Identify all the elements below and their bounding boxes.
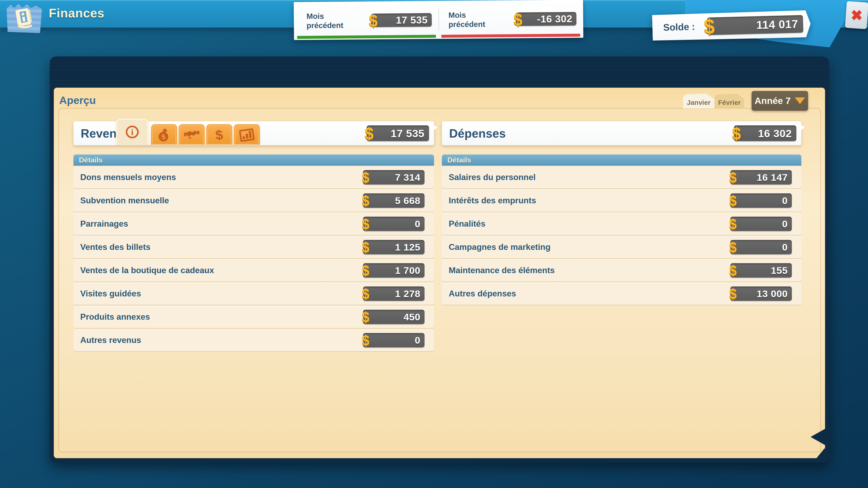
row-value: 5 668 [363,193,425,208]
balance-value: 114 017 [707,15,803,35]
bar-chart-icon [239,128,255,142]
row-label: Campagnes de marketing [449,242,729,252]
prev-month-income-label: Mois précédent [307,11,355,30]
dollar-icon: $ [729,169,737,186]
expenses-column: Dépenses $ 16 302 Détails Salaires du pe… [442,121,801,306]
row-value: 7 314 [363,170,425,185]
row-value: 0 [730,240,792,254]
dollar-icon: $ [729,262,737,279]
chevron-down-icon [795,97,805,104]
panel-title: Aperçu [59,94,96,106]
row-value: 16 147 [730,170,792,185]
dollar-icon: $ [362,216,369,232]
row-value: 1 278 [363,287,425,301]
dollar-icon: $ [729,239,737,256]
close-button[interactable]: ✖ [845,1,868,29]
revenues-column: Revenus $ 17 535 Détails Dons mensuels m… [73,121,434,352]
dollar-icon: $ [362,262,369,279]
previous-months-banner: Mois précédent $ 17 535 Mois précédent $… [293,0,583,40]
row-label: Produits annexes [80,312,362,322]
table-row: Autres dépenses $ 13 000 [442,283,801,305]
row-label: Ventes des billets [80,242,362,252]
table-row: Campagnes de marketing $ 0 [442,236,801,258]
row-value: 0 [363,333,425,348]
dollar-icon: $ [732,124,741,143]
dollar-icon: $ [369,11,378,30]
expenses-title: Dépenses [449,127,732,140]
table-row: Maintenance des éléments $ 155 [442,259,801,282]
year-dropdown[interactable]: Année 7 [752,91,808,111]
table-row: Salaires du personnel $ 16 147 [442,166,801,188]
row-value: 0 [363,217,425,231]
expenses-total: 16 302 [734,125,796,141]
revenues-total: 17 535 [367,125,429,141]
table-row: Produits annexes $ 450 [73,306,434,328]
panel-corner-notch-icon [816,448,833,458]
month-tab-janvier[interactable]: Janvier [683,94,714,108]
dollar-icon: $ [362,169,369,186]
dollar-icon: $ [729,216,737,232]
prev-month-income-value: 17 535 [371,13,432,27]
table-row: Intérêts des emprunts $ 0 [442,190,801,212]
close-icon: ✖ [851,7,863,23]
tab-charts[interactable] [234,124,260,144]
expenses-details-header: Détails [442,154,801,166]
row-label: Autres revenus [80,335,362,345]
finances-screen: Finances Mois précédent $ 17 535 Mois pr… [0,0,868,488]
row-label: Intérêts des emprunts [449,196,729,205]
row-label: Autres dépenses [449,289,729,298]
tab-finance[interactable]: $ [206,124,232,144]
dollar-icon: $ [362,239,369,256]
tab-sponsorship[interactable] [179,124,205,144]
tab-overview[interactable]: i [116,119,149,144]
page-title: Finances [49,6,104,20]
balance-label: Solde : [663,21,695,33]
revenues-details-header: Détails [73,154,434,166]
row-label: Parrainages [80,219,362,229]
year-dropdown-label: Année 7 [754,96,791,106]
dollar-icon: $ [215,127,224,143]
row-label: Maintenance des éléments [449,266,729,275]
money-bag-icon: $ [157,128,171,142]
info-icon: i [126,126,139,138]
table-row: Pénalités $ 0 [442,213,801,235]
row-value: 450 [363,310,425,324]
table-row: Autres revenus $ 0 [73,329,434,351]
dollar-icon: $ [729,192,737,209]
dollar-icon: $ [362,192,369,209]
balance-banner: Solde : $ 114 017 [652,10,811,41]
table-row: Visites guidées $ 1 278 [73,283,434,305]
row-label: Pénalités [449,219,729,229]
dollar-icon: $ [513,9,522,29]
prev-month-expense-card: Mois précédent $ -16 302 [438,0,583,39]
row-value: 155 [730,263,792,278]
dollar-icon: $ [365,124,374,143]
prev-month-expense-label: Mois précédent [448,10,497,29]
dollar-icon: $ [362,285,369,302]
tab-donations[interactable]: $ [151,124,177,144]
dollar-icon: $ [362,332,369,349]
finances-window: i $ $ Ape [50,57,829,463]
expenses-rows: Salaires du personnel $ 16 147 Intérêts … [442,166,801,305]
finances-book-icon [6,2,42,33]
table-row: Dons mensuels moyens $ 7 314 [73,166,434,188]
row-label: Ventes de la boutique de cadeaux [80,266,362,275]
row-value: 13 000 [730,287,792,301]
handshake-icon [184,130,199,140]
dollar-icon: $ [362,308,369,325]
table-row: Ventes des billets $ 1 125 [73,236,434,258]
table-row: Parrainages $ 0 [73,213,434,235]
revenues-rows: Dons mensuels moyens $ 7 314 Subvention … [73,166,434,351]
month-tab-fevrier[interactable]: Février [715,94,744,108]
row-value: 1 125 [363,240,425,254]
prev-month-expense-value: -16 302 [516,12,577,26]
row-label: Visites guidées [80,289,362,298]
ledger-book-icon [11,4,37,32]
row-value: 0 [730,217,792,231]
dollar-icon: $ [729,285,737,302]
table-row: Subvention mensuelle $ 5 668 [73,190,434,212]
expenses-header-card: Dépenses $ 16 302 [442,121,801,145]
row-label: Dons mensuels moyens [80,173,362,182]
table-row: Ventes de la boutique de cadeaux $ 1 700 [73,259,434,282]
panel-corner-notch-icon [811,429,825,445]
